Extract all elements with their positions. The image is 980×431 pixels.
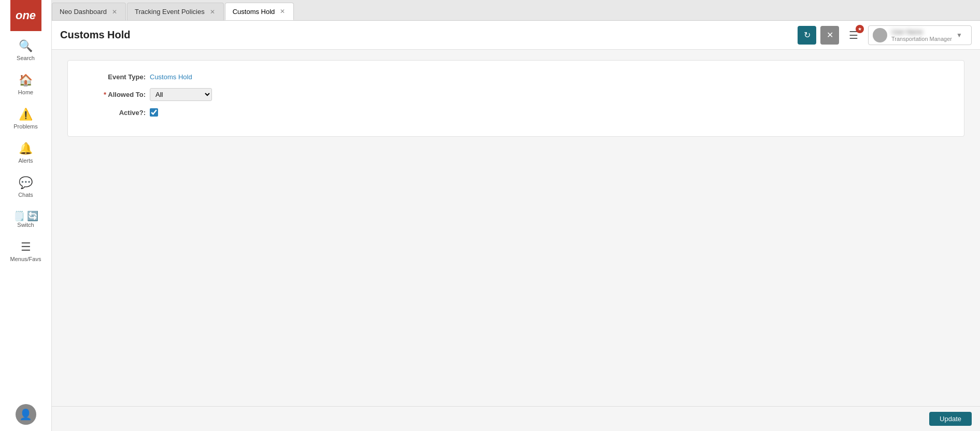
logo-text: one xyxy=(16,9,36,22)
active-checkbox[interactable] xyxy=(150,108,158,117)
problems-icon: ⚠️ xyxy=(19,108,33,121)
footer: Update xyxy=(52,406,980,431)
tab-neo-dashboard[interactable]: Neo Dashboard ✕ xyxy=(52,3,126,20)
chats-icon: 💬 xyxy=(19,176,33,190)
main-area: Neo Dashboard ✕ Tracking Event Policies … xyxy=(52,0,980,431)
tab-close-tracking-event-policies[interactable]: ✕ xyxy=(209,8,216,16)
allowed-to-row: * Allowed To: All Admin Manager User xyxy=(83,88,948,101)
user-avatar xyxy=(873,28,887,42)
form-section: Event Type: Customs Hold * Allowed To: A… xyxy=(67,60,964,137)
sidebar-item-label: Alerts xyxy=(18,157,33,164)
avatar-icon: 👤 xyxy=(19,408,32,421)
toolbar: Customs Hold ↻ ✕ ☰ ★ User Name Transport… xyxy=(52,21,980,50)
chevron-down-icon: ▼ xyxy=(956,32,962,39)
sidebar-item-chats[interactable]: 💬 Chats xyxy=(0,170,51,204)
app-logo[interactable]: one xyxy=(10,0,41,31)
user-dropdown[interactable]: User Name Transportation Manager ▼ xyxy=(868,25,972,45)
page-title: Customs Hold xyxy=(60,29,793,41)
event-type-label: Event Type: xyxy=(83,73,146,81)
menus-icon: ☰ xyxy=(21,240,31,254)
tab-customs-hold[interactable]: Customs Hold ✕ xyxy=(225,3,294,20)
sidebar-item-label: Switch xyxy=(17,222,34,228)
switch-left-icon: 🗒️ xyxy=(13,210,25,222)
active-label: Active?: xyxy=(83,109,146,117)
content-area: Event Type: Customs Hold * Allowed To: A… xyxy=(52,50,980,406)
sidebar: one 🔍 Search 🏠 Home ⚠️ Problems 🔔 Alerts… xyxy=(0,0,52,431)
refresh-button[interactable]: ↻ xyxy=(798,26,816,45)
user-name: User Name xyxy=(891,28,952,36)
update-button[interactable]: Update xyxy=(929,412,972,426)
allowed-to-label: * Allowed To: xyxy=(83,91,146,98)
avatar[interactable]: 👤 xyxy=(16,404,36,425)
sidebar-item-label: Home xyxy=(18,89,33,95)
tab-label: Neo Dashboard xyxy=(60,8,107,16)
event-type-row: Event Type: Customs Hold xyxy=(83,73,948,81)
star-icon: ★ xyxy=(858,26,862,32)
sidebar-item-label: Chats xyxy=(18,192,33,198)
sidebar-item-search[interactable]: 🔍 Search xyxy=(0,33,51,67)
sidebar-item-label: Menus/Favs xyxy=(10,256,41,262)
sidebar-item-problems[interactable]: ⚠️ Problems xyxy=(0,102,51,136)
menu-button[interactable]: ☰ ★ xyxy=(843,25,864,46)
close-button[interactable]: ✕ xyxy=(820,26,839,45)
event-type-value: Customs Hold xyxy=(150,73,192,81)
search-icon: 🔍 xyxy=(19,39,33,53)
alerts-icon: 🔔 xyxy=(19,142,33,155)
sidebar-item-label: Search xyxy=(17,55,35,61)
user-info: User Name Transportation Manager xyxy=(891,28,952,42)
sidebar-item-menus[interactable]: ☰ Menus/Favs xyxy=(0,234,51,268)
tab-close-customs-hold[interactable]: ✕ xyxy=(279,8,286,15)
switch-right-icon: 🔄 xyxy=(27,210,38,222)
sidebar-item-home[interactable]: 🏠 Home xyxy=(0,67,51,102)
notification-badge: ★ xyxy=(856,25,864,33)
allowed-to-select[interactable]: All Admin Manager User xyxy=(150,88,212,101)
sidebar-item-alerts[interactable]: 🔔 Alerts xyxy=(0,136,51,170)
tab-tracking-event-policies[interactable]: Tracking Event Policies ✕ xyxy=(127,3,224,20)
sidebar-item-label: Problems xyxy=(13,123,37,130)
tab-close-neo-dashboard[interactable]: ✕ xyxy=(111,8,118,16)
tab-label: Tracking Event Policies xyxy=(135,8,205,16)
switch-icons: 🗒️ 🔄 xyxy=(13,210,38,222)
home-icon: 🏠 xyxy=(19,74,33,87)
sidebar-item-switch[interactable]: 🗒️ 🔄 Switch xyxy=(0,204,51,234)
user-role: Transportation Manager xyxy=(891,36,952,42)
tab-bar: Neo Dashboard ✕ Tracking Event Policies … xyxy=(52,0,980,21)
tab-label: Customs Hold xyxy=(233,8,275,16)
active-row: Active?: xyxy=(83,108,948,117)
